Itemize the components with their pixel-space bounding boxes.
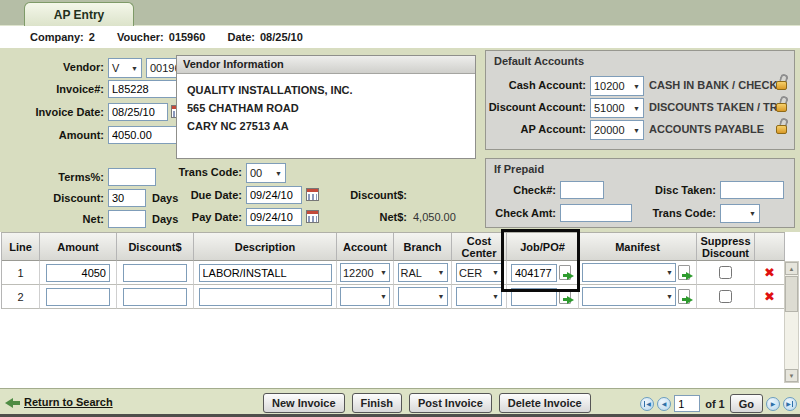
- voucher-label: Voucher:: [117, 31, 164, 43]
- default-accounts-title: Default Accounts: [494, 55, 584, 67]
- amount-input[interactable]: [46, 264, 110, 282]
- chevron-down-icon: ▼: [749, 210, 756, 217]
- check-amount-input[interactable]: [560, 204, 632, 222]
- trans-code-select[interactable]: 00 ▼: [246, 163, 286, 183]
- col-header-suppress-discount: Suppress Discount: [697, 233, 755, 261]
- ap-entry-page: AP Entry Company:2 Voucher:015960 Date:0…: [0, 0, 800, 417]
- discount-account-select[interactable]: 51000 ▼: [590, 98, 644, 118]
- vendor-information-panel: Vendor Information QUALITY INSTALLATIONS…: [176, 55, 476, 159]
- discount-days-label: Discount:: [0, 192, 104, 204]
- first-page-button[interactable]: ◀: [640, 397, 654, 411]
- invoice-date-label: Invoice Date:: [0, 106, 104, 118]
- tab-ap-entry[interactable]: AP Entry: [24, 2, 134, 26]
- manifest-select[interactable]: ▼: [582, 263, 676, 282]
- pagination: ◀ ◀ of 1 Go ▶ ▶: [640, 394, 797, 413]
- suppress-discount-checkbox[interactable]: [719, 290, 732, 303]
- discount-account-desc: DISCOUNTS TAKEN / TR: [649, 101, 778, 113]
- scroll-down-icon[interactable]: ▼: [785, 369, 798, 382]
- check-number-input[interactable]: [560, 181, 604, 199]
- col-header-delete: [755, 233, 785, 261]
- post-invoice-button[interactable]: Post Invoice: [409, 393, 492, 413]
- chevron-down-icon: ▼: [131, 65, 138, 72]
- due-date-input[interactable]: [246, 186, 302, 204]
- suppress-discount-checkbox[interactable]: [719, 266, 732, 279]
- col-header-amount: Amount: [40, 233, 117, 261]
- manifest-lookup-icon[interactable]: [678, 265, 693, 281]
- line-number-value: 2: [17, 291, 23, 303]
- new-invoice-button[interactable]: New Invoice: [263, 393, 345, 413]
- prev-page-button[interactable]: ◀: [657, 397, 671, 411]
- next-page-button[interactable]: ▶: [766, 397, 780, 411]
- ap-account-lock-icon[interactable]: [775, 118, 789, 134]
- terms-label: Terms%:: [0, 171, 104, 183]
- prepaid-trans-code-select[interactable]: ▼: [720, 204, 760, 223]
- jobpo-lookup-icon[interactable]: [559, 265, 574, 281]
- amount-input[interactable]: [46, 288, 110, 306]
- discount-account-lock-icon[interactable]: [775, 96, 789, 112]
- net-amount-label: Net$:: [307, 211, 407, 223]
- scroll-up-icon[interactable]: ▲: [785, 262, 798, 275]
- page-number-input[interactable]: [674, 395, 700, 412]
- line-items-grid: Line Amount Discount$ Description Accoun…: [1, 232, 785, 309]
- chevron-down-icon: ▼: [633, 127, 640, 134]
- disc-taken-input[interactable]: [720, 181, 784, 199]
- line-number: 2: [2, 285, 40, 309]
- description-input[interactable]: [199, 264, 332, 282]
- date-label: Date:: [227, 31, 255, 43]
- amount-label: Amount:: [0, 129, 104, 141]
- last-page-button[interactable]: ▶: [783, 397, 797, 411]
- description-input[interactable]: [199, 288, 332, 306]
- manifest-lookup-icon[interactable]: [678, 289, 693, 305]
- account-select[interactable]: ▼: [340, 287, 390, 306]
- chevron-down-icon: ▼: [438, 293, 445, 300]
- cash-account-lock-icon[interactable]: [775, 74, 789, 90]
- page-next-icon: ▶: [786, 400, 791, 407]
- cash-account-select[interactable]: 10200 ▼: [590, 76, 644, 96]
- account-value: 12200: [343, 267, 374, 279]
- delete-row-button[interactable]: ✖: [764, 289, 775, 304]
- net-days-label: Net:: [0, 213, 104, 225]
- col-header-line: Line: [2, 233, 40, 261]
- prepaid-trans-code-label: Trans Code:: [636, 207, 716, 219]
- go-button[interactable]: Go: [730, 394, 763, 413]
- cost-center-select[interactable]: CER▼: [456, 263, 502, 282]
- delete-row-button[interactable]: ✖: [764, 265, 775, 280]
- pay-date-input[interactable]: [246, 208, 302, 226]
- voucher-header-band: Company:2 Voucher:015960 Date:08/25/10: [0, 26, 800, 48]
- if-prepaid-panel: If Prepaid Check#: Check Amt: Disc Taken…: [485, 158, 795, 228]
- discount-amount-label: Discount$:: [307, 189, 407, 201]
- branch-select[interactable]: ▼: [398, 287, 448, 306]
- ap-account-select[interactable]: 20000 ▼: [590, 120, 644, 140]
- pay-date-label: Pay Date:: [142, 211, 242, 223]
- finish-button[interactable]: Finish: [352, 393, 402, 413]
- manifest-select[interactable]: ▼: [582, 287, 676, 306]
- discount-days-input[interactable]: [108, 189, 146, 207]
- line-number-value: 1: [17, 267, 23, 279]
- return-to-search-link[interactable]: Return to Search: [24, 396, 113, 408]
- vendor-prefix-select[interactable]: V ▼: [108, 58, 142, 78]
- page-prev-icon: ◀: [662, 400, 667, 407]
- account-select[interactable]: 12200▼: [340, 263, 390, 282]
- invoice-number-label: Invoice#:: [0, 83, 104, 95]
- jobpo-input[interactable]: [511, 288, 557, 306]
- col-header-branch: Branch: [394, 233, 452, 261]
- discount-input[interactable]: [123, 264, 187, 282]
- jobpo-input[interactable]: [511, 264, 557, 282]
- discount-input[interactable]: [123, 288, 187, 306]
- cost-center-select[interactable]: ▼: [456, 287, 502, 306]
- chevron-down-icon: ▼: [275, 170, 282, 177]
- branch-select[interactable]: RAL▼: [398, 263, 448, 282]
- tab-strip: AP Entry: [0, 0, 800, 26]
- voucher-value: 015960: [169, 31, 206, 43]
- vendor-city-state: CARY NC 27513 AA: [187, 117, 465, 135]
- net-days-input[interactable]: [108, 210, 146, 228]
- company-label: Company:: [30, 31, 84, 43]
- col-header-cost-center: Cost Center: [452, 233, 507, 261]
- grid-scrollbar[interactable]: ▲ ▼: [784, 261, 799, 383]
- jobpo-lookup-icon[interactable]: [559, 289, 574, 305]
- scrollbar-thumb[interactable]: [785, 276, 798, 312]
- chevron-down-icon: ▼: [666, 293, 673, 300]
- vendor-name: QUALITY INSTALLATIONS, INC.: [187, 81, 465, 99]
- delete-invoice-button[interactable]: Delete Invoice: [499, 393, 591, 413]
- invoice-date-input[interactable]: [108, 103, 168, 121]
